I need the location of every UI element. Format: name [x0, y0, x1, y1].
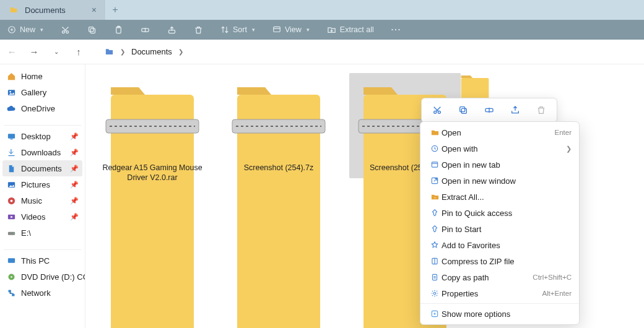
folder-icon [9, 5, 19, 15]
sidebar-item-pictures[interactable]: Pictures 📌 [2, 176, 82, 192]
sidebar-item-label: Pictures [21, 180, 50, 189]
tab-documents[interactable]: Documents × [0, 0, 105, 20]
svg-point-11 [9, 91, 11, 93]
close-tab-icon[interactable]: × [92, 5, 97, 15]
share-button[interactable] [167, 25, 176, 35]
pin-icon: 📌 [70, 197, 79, 205]
ctx-add-favorites[interactable]: Add to Favorites [420, 237, 579, 253]
new-button[interactable]: New ▾ [7, 25, 43, 34]
recent-button[interactable]: ⌄ [51, 48, 62, 55]
delete-button[interactable] [194, 25, 203, 35]
separator [420, 303, 579, 304]
sidebar-item-label: DVD Drive (D:) CCC [21, 272, 85, 282]
file-item[interactable]: Screenshot (254).7z [223, 73, 334, 178]
ctx-open-new-window[interactable]: Open in new window [420, 173, 579, 189]
sidebar-item-home[interactable]: Home [2, 68, 82, 84]
sidebar-item-label: This PC [21, 256, 50, 265]
pin-icon: 📌 [70, 213, 79, 221]
ctx-label: Properties [442, 289, 478, 298]
cut-button[interactable] [61, 25, 70, 35]
ctx-pin-quick[interactable]: Pin to Quick access [420, 205, 579, 221]
new-tab-button[interactable]: + [105, 0, 125, 20]
file-name: Screenshot (254).7z [244, 163, 314, 173]
view-label: View [285, 25, 302, 34]
svg-rect-24 [8, 290, 11, 292]
ctx-extract-all[interactable]: Extract All... [420, 189, 579, 205]
archive-icon [232, 77, 325, 157]
ctx-open-with[interactable]: Open with ❯ [420, 140, 579, 157]
svg-rect-13 [10, 139, 12, 139]
svg-rect-25 [12, 293, 14, 296]
star-icon [428, 241, 442, 249]
delete-button[interactable] [534, 103, 548, 117]
sidebar-item-thispc[interactable]: This PC [2, 252, 82, 269]
sidebar-item-gallery[interactable]: Gallery [2, 84, 82, 100]
paste-button[interactable] [114, 25, 123, 35]
ctx-shortcut: Enter [555, 129, 572, 136]
document-icon [6, 163, 16, 173]
ctx-show-more[interactable]: Show more options [420, 306, 579, 322]
sidebar-item-documents[interactable]: Documents 📌 [2, 160, 82, 176]
ctx-label: Pin to Start [442, 225, 481, 234]
pin-icon: 📌 [70, 181, 79, 189]
sidebar-item-onedrive[interactable]: OneDrive [2, 100, 82, 116]
ctx-open[interactable]: Open Enter [420, 124, 579, 140]
folder-icon [428, 128, 442, 137]
ctx-open-new-tab[interactable]: Open in new tab [420, 157, 579, 173]
breadcrumb[interactable]: ❯ Documents ❯ [104, 47, 183, 57]
breadcrumb-documents[interactable]: Documents [131, 47, 172, 56]
sidebar-item-videos[interactable]: Videos 📌 [2, 209, 82, 225]
svg-point-17 [10, 199, 12, 202]
svg-rect-9 [274, 27, 281, 32]
nav-bar: ← → ⌄ ↑ ❯ Documents ❯ [0, 40, 644, 64]
svg-rect-42 [433, 274, 437, 280]
drive-icon [6, 228, 16, 238]
pin-icon: 📌 [70, 149, 79, 157]
new-label: New [20, 25, 35, 34]
file-item[interactable]: Redgear A15 Gaming Mouse Driver V2.0.rar [97, 73, 208, 188]
sidebar-item-edrive[interactable]: E:\ [2, 225, 82, 241]
sidebar-item-downloads[interactable]: Downloads 📌 [2, 144, 82, 160]
ctx-label: Open [442, 128, 461, 137]
more-button[interactable]: ··· [391, 25, 401, 34]
pin-icon: 📌 [70, 165, 79, 173]
disc-icon [6, 272, 16, 282]
command-bar: New ▾ Sort ▾ View ▾ Extract all ··· [0, 20, 644, 40]
sidebar-item-desktop[interactable]: Desktop 📌 [2, 128, 82, 144]
view-button[interactable]: View ▾ [272, 25, 310, 34]
sort-button[interactable]: Sort ▾ [220, 25, 255, 34]
extract-all-button[interactable]: Extract all [327, 25, 374, 35]
copy-button[interactable] [87, 25, 97, 35]
context-menu: Open Enter Open with ❯ Open in new tab O… [420, 121, 580, 325]
sidebar-item-label: Documents [21, 164, 62, 173]
svg-point-43 [433, 292, 436, 295]
open-with-icon [428, 144, 442, 153]
sidebar-item-label: Videos [21, 212, 46, 222]
chevron-down-icon: ▾ [307, 27, 310, 33]
ctx-compress-zip[interactable]: Compress to ZIP file [420, 253, 579, 269]
sidebar-item-dvd[interactable]: DVD Drive (D:) CCC [2, 269, 82, 285]
ctx-properties[interactable]: Properties Alt+Enter [420, 285, 579, 301]
tab-strip: Documents × + [0, 0, 644, 20]
file-item[interactable] [453, 73, 497, 100]
ctx-pin-start[interactable]: Pin to Start [420, 221, 579, 237]
sidebar-item-network[interactable]: Network [2, 285, 82, 301]
cut-button[interactable] [430, 103, 444, 117]
forward-button[interactable]: → [28, 46, 40, 57]
rename-button[interactable] [141, 25, 150, 35]
ctx-label: Show more options [442, 309, 510, 319]
pc-icon [6, 256, 16, 265]
rename-button[interactable] [482, 103, 496, 117]
sidebar-item-music[interactable]: Music 📌 [2, 192, 82, 209]
more-icon [428, 309, 442, 318]
home-icon [6, 71, 16, 81]
up-button[interactable]: ↑ [73, 46, 84, 57]
file-list[interactable]: Redgear A15 Gaming Mouse Driver V2.0.rar… [85, 64, 644, 328]
videos-icon [6, 212, 16, 222]
copy-button[interactable] [456, 103, 470, 117]
new-tab-icon [428, 160, 442, 169]
back-button[interactable]: ← [6, 46, 17, 57]
share-button[interactable] [508, 103, 522, 117]
ctx-copy-path[interactable]: Copy as path Ctrl+Shift+C [420, 269, 579, 285]
sidebar-item-label: Desktop [21, 132, 51, 141]
